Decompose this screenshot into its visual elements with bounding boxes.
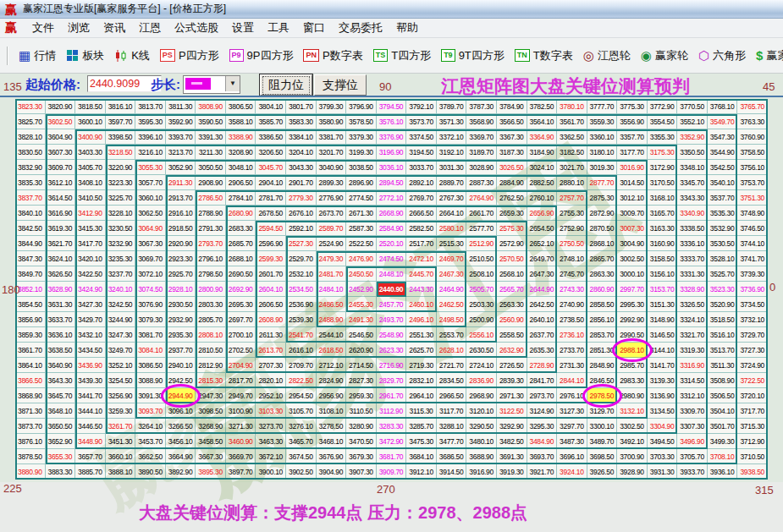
grid-cell: 2752.90: [557, 221, 587, 236]
toolbar-button-3[interactable]: PSP四方形: [155, 46, 224, 66]
grid-cell: 3856.90: [15, 312, 46, 327]
grid-cell: 2848.90: [587, 358, 618, 373]
grid-cell: 2541.70: [286, 327, 317, 343]
toolbar-button-8[interactable]: TNT数字表: [510, 46, 578, 66]
grid-cell: 3228.10: [106, 206, 136, 221]
grid-cell: 2899.30: [317, 175, 347, 190]
menu-item-1[interactable]: 浏览: [61, 19, 96, 37]
grid-cell: 3112.90: [377, 403, 407, 419]
grid-cell: 3715.30: [737, 419, 768, 434]
grid-cell: 3780.10: [557, 99, 587, 114]
chevron-down-icon[interactable]: ▼: [225, 76, 240, 91]
toolbar-button-7[interactable]: T99T四方形: [436, 46, 510, 66]
grid-cell: 3595.30: [135, 114, 166, 129]
toolbar-button-6[interactable]: TST四方形: [368, 46, 436, 66]
menu-item-6[interactable]: 工具: [261, 19, 296, 37]
grid-cell: 3878.50: [15, 449, 46, 464]
grid-cell: 3818.50: [75, 99, 106, 114]
grid-cell: 3489.70: [587, 434, 618, 449]
grid-cell: 2532.10: [286, 266, 317, 282]
grid-cell: 2596.90: [256, 236, 286, 251]
menu-item-9[interactable]: 帮助: [389, 19, 425, 37]
grid-cell: 2961.70: [377, 388, 407, 403]
toolbar-button-0[interactable]: ▦行情: [14, 46, 61, 66]
grid-cell: 3871.30: [15, 403, 46, 419]
menu-item-8[interactable]: 交易委托: [332, 19, 389, 37]
menu-item-7[interactable]: 窗口: [296, 19, 332, 37]
angle-label-315: 315: [755, 484, 774, 496]
grid-cell: 3470.50: [346, 434, 377, 449]
grid-cell: 3261.70: [106, 419, 136, 434]
grid-cell: 3888.10: [106, 464, 136, 480]
grid-cell: 3136.90: [648, 388, 678, 403]
grid-cell: 3784.90: [497, 99, 527, 114]
grid-cell: 2565.70: [497, 282, 527, 297]
grid-cell: 3180.10: [587, 145, 618, 160]
grid-cell: 3343.30: [677, 190, 708, 206]
grid-cell: 2623.30: [377, 343, 407, 358]
grid-cell: 3532.90: [708, 221, 738, 236]
grid-cell: 3156.10: [648, 266, 678, 282]
grid-cell: 2839.30: [497, 373, 527, 388]
grid-cell: 3110.50: [346, 403, 377, 419]
grid-cell: 2748.10: [557, 251, 587, 266]
grid-cell: 3571.30: [437, 114, 467, 129]
grid-cell: 2956.90: [317, 388, 347, 403]
menu-item-0[interactable]: 文件: [25, 19, 61, 37]
grid-cell: 3220.90: [106, 160, 136, 175]
grid-cell: 3468.10: [317, 434, 347, 449]
resistance-button[interactable]: 阻力位: [260, 74, 312, 96]
grid-cell: 3712.90: [737, 434, 768, 449]
grid-cell: 3007.30: [617, 221, 648, 236]
menu-item-5[interactable]: 设置: [225, 19, 261, 37]
toolbar-button-12[interactable]: $赢家服务: [751, 46, 783, 66]
grid-cell: 3352.90: [677, 129, 708, 145]
grid-cell: 3672.10: [256, 449, 286, 464]
grid-cell: 3432.10: [75, 327, 106, 343]
grid-cell: 3830.50: [15, 145, 46, 160]
support-button[interactable]: 支撑位: [314, 74, 367, 96]
grid-cell: 2568.10: [497, 266, 527, 282]
grid-cell: 3664.90: [166, 449, 196, 464]
angle-label-90: 90: [379, 80, 391, 93]
grid-cell: 3033.70: [406, 160, 437, 175]
toolbar-button-9[interactable]: ◎江恩轮: [578, 46, 636, 66]
menu-item-4[interactable]: 公式选股: [168, 19, 225, 37]
toolbar-button-10[interactable]: ◉赢家轮: [636, 46, 693, 66]
grid-cell: 2534.50: [286, 282, 317, 297]
grid-cell: 2515.30: [437, 236, 467, 251]
menu-item-3[interactable]: 江恩: [132, 19, 168, 37]
grid-cell: 3748.90: [737, 206, 768, 221]
grid-cell: 2486.50: [317, 297, 347, 312]
grid-cell: 3348.10: [677, 160, 708, 175]
toolbar-button-4[interactable]: P99P四方形: [224, 46, 299, 66]
grid-cell: 2556.10: [466, 327, 497, 343]
toolbar-button-5[interactable]: PNP数字表: [298, 46, 367, 66]
grid-cell: 2647.30: [527, 266, 558, 282]
grid-cell: 3273.70: [256, 419, 286, 434]
grid-cell: 3768.10: [708, 99, 738, 114]
grid-cell: 3499.30: [708, 434, 738, 449]
step-dropdown[interactable]: ▼: [183, 75, 240, 94]
grid-cell: 2697.70: [226, 312, 256, 327]
grid-cell: 2997.70: [617, 282, 648, 297]
toolbar-button-2[interactable]: K线: [109, 46, 155, 66]
grid-cell: 3825.70: [15, 114, 46, 129]
grid-cell: 3782.50: [527, 99, 558, 114]
toolbar-button-11[interactable]: ⬡六角形: [693, 46, 751, 66]
grid-cell: 3014.50: [617, 175, 648, 190]
grid-cell: 3338.50: [677, 221, 708, 236]
grid-cell: 3763.30: [737, 114, 768, 129]
toolbar-button-1[interactable]: 板块: [61, 46, 109, 66]
grid-cell: 3074.50: [135, 282, 166, 297]
grid-cell: 2661.70: [466, 206, 497, 221]
grid-cell: 3528.10: [708, 251, 738, 266]
grid-cell: 3271.30: [226, 419, 256, 434]
grid-cell: 3578.50: [346, 114, 377, 129]
grid-cell: 3619.30: [46, 221, 76, 236]
menu-item-2[interactable]: 资讯: [96, 19, 132, 37]
grid-cell: 2613.70: [256, 343, 286, 358]
grid-cell: 3192.10: [437, 145, 467, 160]
grid-cell: 3232.90: [106, 236, 136, 251]
toolbar-button-label: K线: [131, 48, 150, 63]
